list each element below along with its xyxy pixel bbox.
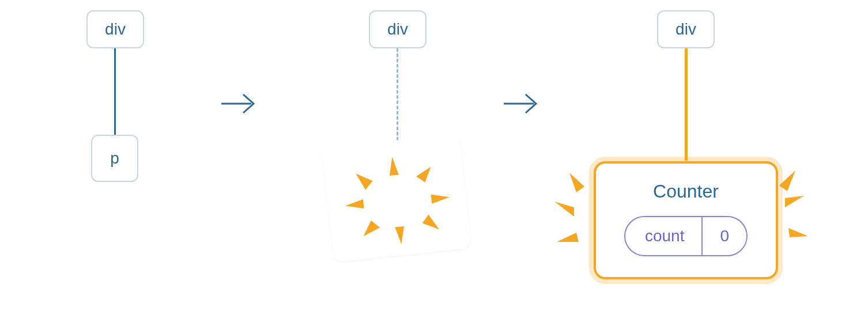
state-value: 0 [701, 217, 746, 255]
svg-marker-15 [779, 170, 795, 191]
counter-card: Counter count 0 [594, 161, 778, 279]
node-p: p [91, 135, 138, 182]
svg-marker-12 [569, 173, 584, 192]
connector-highlight [685, 48, 688, 161]
arrow-icon [501, 86, 542, 121]
svg-marker-8 [356, 172, 373, 191]
svg-marker-14 [788, 228, 808, 237]
svg-marker-6 [362, 219, 381, 236]
node-div: div [657, 10, 715, 48]
node-label: div [387, 20, 408, 39]
node-div: div [369, 10, 427, 48]
poof-box [322, 134, 471, 263]
stage-3: div Counter count 0 [571, 0, 830, 334]
arrow-icon [219, 86, 259, 121]
svg-marker-2 [416, 166, 433, 183]
state-label: count [625, 217, 702, 255]
stage-2: div [311, 0, 484, 334]
node-div: div [86, 10, 144, 48]
sparkle-icon [322, 134, 471, 263]
svg-marker-5 [395, 226, 406, 245]
node-label: div [105, 20, 126, 39]
state-pill: count 0 [624, 216, 748, 256]
svg-marker-10 [554, 202, 574, 217]
svg-marker-1 [388, 157, 399, 176]
node-label: p [110, 149, 119, 168]
svg-marker-13 [785, 196, 804, 207]
connector-dashed [397, 48, 398, 141]
stage-1: div p [58, 0, 173, 334]
svg-marker-3 [431, 192, 450, 203]
svg-marker-7 [345, 199, 364, 210]
svg-marker-11 [557, 233, 579, 242]
connector-line [114, 48, 116, 135]
counter-title: Counter [653, 181, 719, 202]
svg-marker-4 [421, 214, 439, 231]
node-label: div [675, 20, 696, 39]
